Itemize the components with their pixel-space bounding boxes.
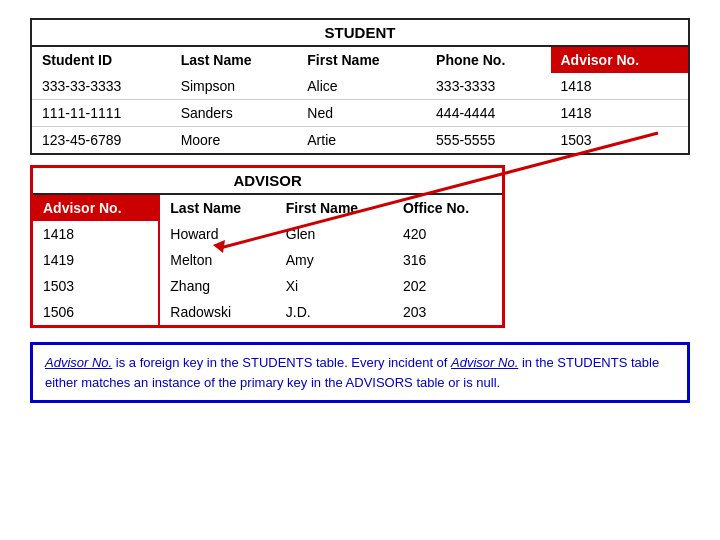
cell-last-name-3: Moore [171,127,298,154]
cell-phone-2: 444-4444 [426,100,550,127]
cell-phone-3: 555-5555 [426,127,550,154]
info-text1: is a foreign key in the STUDENTS table. … [112,355,451,370]
advisor-cell-first-1: Glen [276,221,393,247]
advisor-cell-first-2: Amy [276,247,393,273]
advisor-cell-first-4: J.D. [276,299,393,325]
advisor-row-2: 1419 Melton Amy 316 [33,247,502,273]
col-last-name: Last Name [171,47,298,73]
student-table: Student ID Last Name First Name Phone No… [32,47,688,153]
cell-student-id-2: 111-11-1111 [32,100,171,127]
cell-last-name-2: Sanders [171,100,298,127]
student-table-header-row: Student ID Last Name First Name Phone No… [32,47,688,73]
advisor-cell-no-3: 1503 [33,273,159,299]
advisor-cell-office-3: 202 [393,273,502,299]
advisor-header-row: Advisor No. Last Name First Name Office … [33,195,502,221]
advisor-cell-last-4: Radowski [159,299,275,325]
advisor-table: Advisor No. Last Name First Name Office … [33,195,502,325]
col-advisor-no-header: Advisor No. [551,47,689,73]
advisor-table-title: ADVISOR [33,168,502,195]
advisor-cell-last-3: Zhang [159,273,275,299]
info-key1: Advisor No. [45,355,112,370]
advisor-row-3: 1503 Zhang Xi 202 [33,273,502,299]
advisor-col-first-name: First Name [276,195,393,221]
info-key2: Advisor No. [451,355,518,370]
col-phone-no: Phone No. [426,47,550,73]
advisor-col-last-name: Last Name [159,195,275,221]
main-content: STUDENT Student ID Last Name First Name … [30,18,690,403]
advisor-row-4: 1506 Radowski J.D. 203 [33,299,502,325]
advisor-cell-no-1: 1418 [33,221,159,247]
cell-advisor-no-2: 1418 [551,100,689,127]
student-row-3: 123-45-6789 Moore Artie 555-5555 1503 [32,127,688,154]
cell-first-name-2: Ned [297,100,426,127]
student-table-title: STUDENT [32,20,688,47]
student-row-2: 111-11-1111 Sanders Ned 444-4444 1418 [32,100,688,127]
cell-first-name-3: Artie [297,127,426,154]
cell-advisor-no-1: 1418 [551,73,689,100]
info-box: Advisor No. is a foreign key in the STUD… [30,342,690,403]
cell-first-name-1: Alice [297,73,426,100]
col-first-name: First Name [297,47,426,73]
advisor-row-1: 1418 Howard Glen 420 [33,221,502,247]
cell-student-id-3: 123-45-6789 [32,127,171,154]
advisor-cell-office-4: 203 [393,299,502,325]
cell-phone-1: 333-3333 [426,73,550,100]
student-table-container: STUDENT Student ID Last Name First Name … [30,18,690,155]
advisor-cell-no-4: 1506 [33,299,159,325]
advisor-cell-office-2: 316 [393,247,502,273]
advisor-cell-last-2: Melton [159,247,275,273]
advisor-cell-office-1: 420 [393,221,502,247]
cell-advisor-no-3: 1503 [551,127,689,154]
advisor-section: ADVISOR Advisor No. Last Name First Name… [30,165,690,342]
advisor-cell-no-2: 1419 [33,247,159,273]
cell-student-id-1: 333-33-3333 [32,73,171,100]
advisor-cell-last-1: Howard [159,221,275,247]
col-student-id: Student ID [32,47,171,73]
cell-last-name-1: Simpson [171,73,298,100]
advisor-col-office-no: Office No. [393,195,502,221]
advisor-col-no-header: Advisor No. [33,195,159,221]
student-row-1: 333-33-3333 Simpson Alice 333-3333 1418 [32,73,688,100]
advisor-cell-first-3: Xi [276,273,393,299]
advisor-table-container: ADVISOR Advisor No. Last Name First Name… [30,165,505,328]
